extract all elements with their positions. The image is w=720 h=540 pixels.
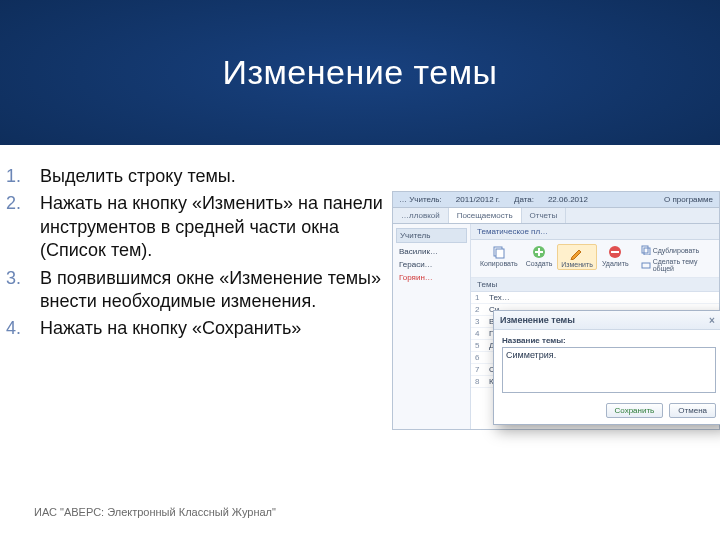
slide-footer: ИАС "АВЕРС: Электронный Классный Журнал" — [34, 506, 276, 518]
teacher-list-panel: Учитель Василик… Гераси… Горяин… — [393, 224, 471, 429]
share-icon — [641, 260, 651, 270]
close-icon[interactable]: × — [706, 314, 718, 326]
step-1: 1.Выделить строку темы. — [34, 165, 386, 188]
year-value: 2011/2012 г. — [456, 195, 500, 204]
instruction-steps: 1.Выделить строку темы. 2.Нажать на кноп… — [34, 165, 386, 430]
svg-rect-1 — [496, 249, 504, 258]
edit-topic-dialog: Изменение темы × Название темы: Сохранит… — [493, 310, 720, 425]
field-label: Название темы: — [502, 336, 716, 345]
svg-rect-6 — [642, 263, 650, 268]
teacher-list-header: Учитель — [396, 228, 467, 243]
step-4: 4.Нажать на кнопку «Сохранить» — [34, 317, 386, 340]
copy-button[interactable]: Копировать — [477, 244, 521, 268]
list-item[interactable]: Горяин… — [396, 271, 467, 284]
duplicate-button[interactable]: Сдублировать — [638, 244, 713, 256]
delete-button[interactable]: Удалить — [599, 244, 632, 268]
date-label: Дата: — [514, 195, 534, 204]
app-screenshot: … Учитель: 2011/2012 г. Дата: 22.06.2012… — [386, 165, 720, 430]
save-button[interactable]: Сохранить — [606, 403, 664, 418]
app-topbar: … Учитель: 2011/2012 г. Дата: 22.06.2012… — [393, 192, 719, 208]
cancel-button[interactable]: Отмена — [669, 403, 716, 418]
plus-icon — [532, 245, 546, 259]
copy-icon — [492, 245, 506, 259]
tab-reports[interactable]: Отчеты — [522, 208, 567, 223]
create-button[interactable]: Создать — [523, 244, 556, 268]
about-link[interactable]: О программе — [664, 195, 713, 204]
tab-1[interactable]: …лловкой — [393, 208, 449, 223]
tab-attendance[interactable]: Посещаемость — [449, 208, 522, 223]
dialog-title-text: Изменение темы — [500, 315, 575, 325]
topics-header: Темы — [471, 278, 719, 292]
slide-header: Изменение темы — [0, 0, 720, 145]
step-2: 2.Нажать на кнопку «Изменить» на панели … — [34, 192, 386, 262]
split-button[interactable]: Сделать тему общей — [638, 257, 713, 273]
app-window: … Учитель: 2011/2012 г. Дата: 22.06.2012… — [392, 191, 720, 430]
pencil-icon — [570, 246, 584, 260]
topic-name-input[interactable] — [502, 347, 716, 393]
edit-button[interactable]: Изменить — [557, 244, 597, 270]
svg-rect-4 — [642, 246, 648, 253]
dialog-titlebar: Изменение темы × — [494, 311, 720, 330]
panel-title: Тематическое пл… — [471, 224, 719, 240]
app-tabs: …лловкой Посещаемость Отчеты — [393, 208, 719, 224]
topic-toolbar: Копировать Создать Изменить Удалить — [471, 240, 719, 278]
topic-panel: Тематическое пл… Копировать Создать И — [471, 224, 719, 429]
table-row[interactable]: 1Тех… — [471, 292, 719, 304]
step-3: 3.В появившимся окне «Изменение темы» вн… — [34, 267, 386, 314]
minus-icon — [608, 245, 622, 259]
slide-content: 1.Выделить строку темы. 2.Нажать на кноп… — [0, 145, 720, 430]
list-item[interactable]: Гераси… — [396, 258, 467, 271]
teacher-label: … Учитель: — [399, 195, 442, 204]
list-item[interactable]: Василик… — [396, 245, 467, 258]
svg-rect-5 — [644, 248, 650, 255]
date-value: 22.06.2012 — [548, 195, 588, 204]
duplicate-icon — [641, 245, 651, 255]
slide-title: Изменение темы — [222, 53, 497, 92]
